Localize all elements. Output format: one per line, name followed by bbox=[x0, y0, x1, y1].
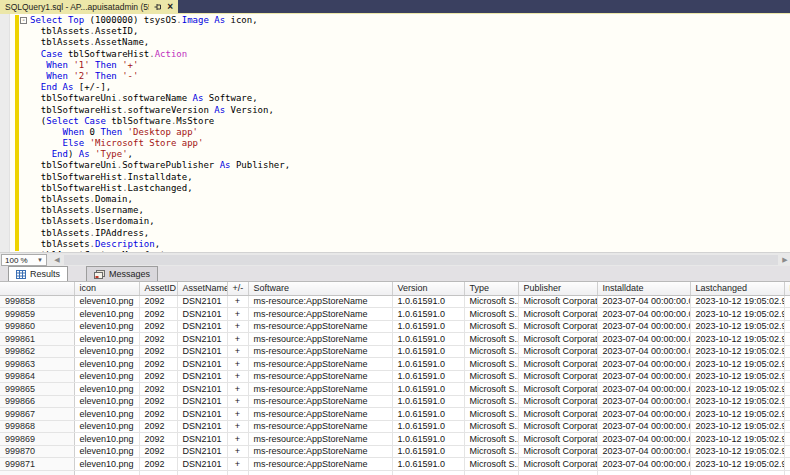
grid-cell[interactable]: 2023-07-04 00:00:00.000 bbox=[597, 433, 690, 446]
grid-cell[interactable]: 2092 bbox=[139, 320, 177, 333]
grid-cell[interactable] bbox=[690, 470, 784, 475]
grid-cell[interactable] bbox=[392, 470, 464, 475]
grid-cell[interactable]: DSN2101 bbox=[177, 433, 227, 446]
grid-cell[interactable] bbox=[784, 345, 790, 358]
grid-cell[interactable]: 2092 bbox=[139, 420, 177, 433]
grid-cell[interactable]: 2023-10-12 19:05:02.970 bbox=[690, 383, 784, 396]
grid-cell[interactable]: Microsoft S... bbox=[464, 295, 518, 308]
code-line[interactable]: When '2' Then '-' bbox=[30, 71, 790, 82]
grid-cell[interactable]: + bbox=[227, 433, 248, 446]
grid-cell[interactable] bbox=[248, 470, 392, 475]
code-line[interactable]: tblAssets.AssetID, bbox=[30, 26, 790, 37]
grid-cell[interactable]: Microsoft Corporation bbox=[518, 370, 597, 383]
grid-cell[interactable]: ms-resource:AppStoreName bbox=[248, 333, 392, 346]
grid-cell[interactable]: Microsoft Corporation bbox=[518, 295, 597, 308]
code-line[interactable]: tblAssets.AssetName, bbox=[30, 37, 790, 48]
pin-icon[interactable] bbox=[154, 3, 162, 11]
grid-cell[interactable]: 2092 bbox=[139, 395, 177, 408]
grid-cell[interactable]: 2023-10-12 19:05:02.970 bbox=[690, 445, 784, 458]
grid-cell[interactable]: + bbox=[227, 358, 248, 371]
code-line[interactable]: End) As 'Type', bbox=[30, 149, 790, 160]
grid-cell[interactable]: 2023-07-04 00:00:00.000 bbox=[597, 308, 690, 321]
code-area[interactable]: Select Top (1000000) tsysOS.Image As ico… bbox=[30, 15, 790, 252]
grid-cell[interactable]: 2023-10-12 19:05:02.970 bbox=[690, 320, 784, 333]
grid-cell[interactable] bbox=[784, 383, 790, 396]
grid-column-header[interactable]: Installdate bbox=[597, 282, 690, 295]
grid-cell[interactable] bbox=[227, 470, 248, 475]
grid-cell[interactable]: eleven10.png bbox=[74, 358, 139, 371]
grid-cell[interactable] bbox=[74, 470, 139, 475]
grid-cell[interactable]: 1.0.61591.0 bbox=[392, 295, 464, 308]
grid-cell[interactable]: 2023-10-12 19:05:02.970 bbox=[690, 333, 784, 346]
code-line[interactable]: Else 'Microsoft Store app' bbox=[30, 138, 790, 149]
grid-cell[interactable]: 2023-07-04 00:00:00.000 bbox=[597, 383, 690, 396]
grid-row-header[interactable]: 999871 bbox=[0, 458, 74, 471]
grid-cell[interactable]: 2092 bbox=[139, 358, 177, 371]
grid-cell[interactable]: + bbox=[227, 445, 248, 458]
grid-cell[interactable]: ms-resource:AppStoreName bbox=[248, 408, 392, 421]
grid-cell[interactable]: 2092 bbox=[139, 445, 177, 458]
grid-cell[interactable]: eleven10.png bbox=[74, 395, 139, 408]
grid-row-header[interactable]: 999864 bbox=[0, 370, 74, 383]
grid-cell[interactable]: eleven10.png bbox=[74, 383, 139, 396]
grid-row-header[interactable]: 999863 bbox=[0, 358, 74, 371]
grid-cell[interactable]: Microsoft Corporation bbox=[518, 458, 597, 471]
grid-cell[interactable]: 2092 bbox=[139, 458, 177, 471]
grid-cell[interactable]: 1.0.61591.0 bbox=[392, 458, 464, 471]
hscroll-thumb[interactable] bbox=[64, 255, 778, 265]
grid-cell[interactable]: 2023-07-04 00:00:00.000 bbox=[597, 445, 690, 458]
grid-cell[interactable]: + bbox=[227, 295, 248, 308]
code-line[interactable]: When '1' Then '+' bbox=[30, 60, 790, 71]
grid-cell[interactable]: eleven10.png bbox=[74, 333, 139, 346]
grid-cell[interactable]: DSN2101 bbox=[177, 383, 227, 396]
grid-cell[interactable] bbox=[784, 320, 790, 333]
grid-row-header[interactable]: 999860 bbox=[0, 320, 74, 333]
grid-cell[interactable] bbox=[784, 433, 790, 446]
grid-cell[interactable]: Microsoft S... bbox=[464, 395, 518, 408]
grid-row-header[interactable]: 999870 bbox=[0, 445, 74, 458]
sql-editor[interactable]: - Select Top (1000000) tsysOS.Image As i… bbox=[0, 14, 790, 252]
grid-cell[interactable]: ms-resource:AppStoreName bbox=[248, 420, 392, 433]
code-line[interactable]: tblAssets.Domain, bbox=[30, 194, 790, 205]
grid-cell[interactable]: + bbox=[227, 383, 248, 396]
code-line[interactable]: tblSoftwareHist.Installdate, bbox=[30, 172, 790, 183]
grid-cell[interactable]: Microsoft S... bbox=[464, 308, 518, 321]
grid-cell[interactable]: ms-resource:AppStoreName bbox=[248, 345, 392, 358]
grid-cell[interactable]: + bbox=[227, 395, 248, 408]
grid-cell[interactable]: Microsoft S... bbox=[464, 320, 518, 333]
grid-cell[interactable] bbox=[784, 470, 790, 475]
collapse-region-icon[interactable]: - bbox=[20, 17, 27, 24]
grid-column-header[interactable]: AssetID bbox=[139, 282, 177, 295]
grid-cell[interactable]: Microsoft S... bbox=[464, 333, 518, 346]
grid-column-header[interactable]: +/- bbox=[227, 282, 248, 295]
grid-cell[interactable]: 1.0.61591.0 bbox=[392, 345, 464, 358]
grid-cell[interactable]: DSN2101 bbox=[177, 295, 227, 308]
grid-cell[interactable]: + bbox=[227, 458, 248, 471]
grid-cell[interactable]: Microsoft Corporation bbox=[518, 445, 597, 458]
grid-cell[interactable]: DSN2101 bbox=[177, 333, 227, 346]
grid-cell[interactable]: 2023-10-12 19:05:02.970 bbox=[690, 395, 784, 408]
grid-cell[interactable] bbox=[518, 470, 597, 475]
grid-cell[interactable]: Microsoft S... bbox=[464, 370, 518, 383]
grid-cell[interactable]: 1.0.61591.0 bbox=[392, 308, 464, 321]
grid-column-header[interactable]: D bbox=[784, 282, 790, 295]
grid-cell[interactable]: + bbox=[227, 333, 248, 346]
grid-cell[interactable] bbox=[784, 295, 790, 308]
grid-cell[interactable]: DSN2101 bbox=[177, 420, 227, 433]
code-line[interactable]: Select Top (1000000) tsysOS.Image As ico… bbox=[30, 15, 790, 26]
grid-cell[interactable]: 1.0.61591.0 bbox=[392, 358, 464, 371]
code-line[interactable]: When 0 Then 'Desktop app' bbox=[30, 127, 790, 138]
grid-cell[interactable]: ms-resource:AppStoreName bbox=[248, 308, 392, 321]
grid-cell[interactable]: eleven10.png bbox=[74, 295, 139, 308]
grid-cell[interactable]: 2023-10-12 19:05:02.970 bbox=[690, 295, 784, 308]
grid-cell[interactable]: ms-resource:AppStoreName bbox=[248, 458, 392, 471]
grid-cell[interactable]: eleven10.png bbox=[74, 420, 139, 433]
grid-cell[interactable] bbox=[784, 370, 790, 383]
grid-cell[interactable]: 2023-07-04 00:00:00.000 bbox=[597, 395, 690, 408]
code-line[interactable]: tblSoftwareUni.SoftwarePublisher As Publ… bbox=[30, 160, 790, 171]
grid-cell[interactable]: 2023-10-12 19:05:02.970 bbox=[690, 408, 784, 421]
grid-cell[interactable]: Microsoft S... bbox=[464, 383, 518, 396]
code-line[interactable]: tblAssets.IPAddress, bbox=[30, 228, 790, 239]
grid-column-header[interactable]: Version bbox=[392, 282, 464, 295]
grid-cell[interactable]: DSN2101 bbox=[177, 308, 227, 321]
